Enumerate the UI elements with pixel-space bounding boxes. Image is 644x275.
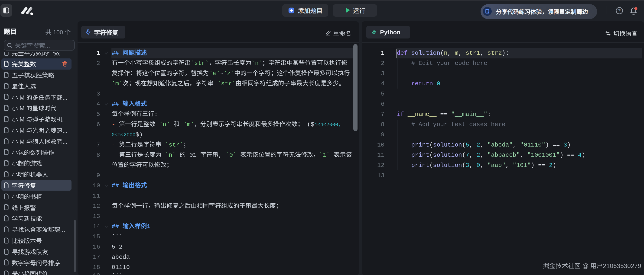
- svg-text:?: ?: [618, 8, 620, 13]
